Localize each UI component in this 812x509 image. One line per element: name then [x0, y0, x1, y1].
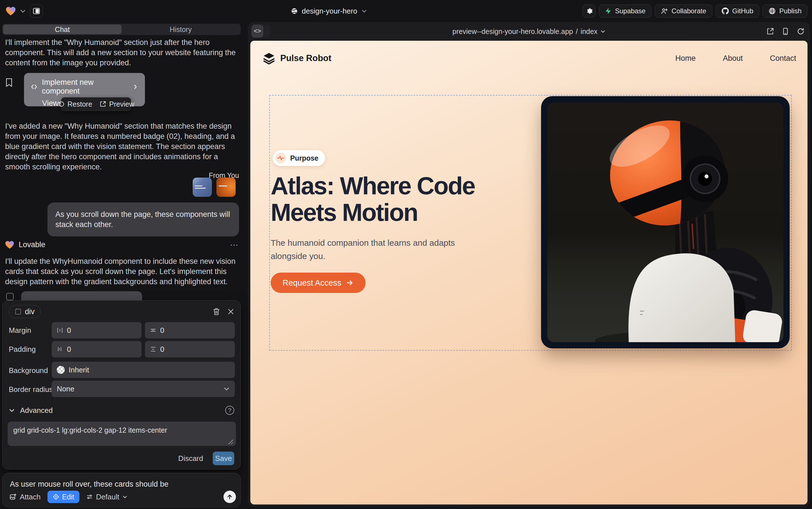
background-input[interactable]: Inherit	[52, 362, 235, 378]
github-button[interactable]: GitHub	[716, 4, 760, 18]
user-message-bubble: As you scroll down the page, these compo…	[47, 202, 239, 236]
tab-chat[interactable]: Chat	[3, 25, 121, 34]
attach-button[interactable]: Attach	[9, 493, 41, 501]
advanced-chevron-icon[interactable]	[9, 407, 15, 413]
badge-label: Purpose	[290, 154, 319, 162]
border-radius-select[interactable]: None	[52, 381, 235, 397]
restore-preview-toolbar: Restore Preview	[61, 97, 131, 111]
partial-card-icon	[6, 293, 13, 300]
send-button[interactable]	[223, 490, 236, 503]
discard-button[interactable]: Discard	[178, 454, 203, 463]
target-icon	[52, 494, 59, 500]
background-label: Background	[9, 366, 48, 375]
preview-page-name: index	[581, 27, 597, 36]
padding-label: Padding	[9, 345, 36, 354]
delete-element-icon[interactable]	[213, 308, 220, 315]
purpose-badge: Purpose	[273, 150, 325, 166]
lovable-logo-icon[interactable]	[6, 6, 16, 16]
assistant-header: Lovable ⋯	[5, 240, 239, 250]
padding-y-icon	[150, 346, 156, 352]
border-radius-label: Border radius	[9, 385, 53, 394]
assistant-message-2: I've added a new "Why Humanoid" section …	[5, 121, 239, 172]
settings-button[interactable]	[583, 4, 596, 18]
margin-x-input[interactable]: 0	[52, 322, 142, 338]
mode-chevron-icon	[122, 494, 127, 499]
url-chevron-icon	[600, 29, 605, 34]
component-card-title: Implement new component	[42, 78, 123, 96]
tab-history[interactable]: History	[121, 25, 240, 34]
textarea-resize-handle[interactable]	[229, 440, 233, 444]
nav-contact[interactable]: Contact	[770, 54, 796, 63]
project-chevron-down-icon	[361, 8, 367, 14]
open-in-new-icon[interactable]	[766, 27, 774, 35]
preview-pane: <> preview--design-your-hero.lovable.app…	[248, 22, 810, 507]
request-access-button[interactable]: Request Access	[271, 273, 366, 293]
sidebar-toggle-button[interactable]	[30, 4, 43, 18]
sliders-icon	[86, 494, 93, 500]
margin-x-icon	[57, 327, 63, 333]
arrow-up-icon	[227, 494, 233, 500]
composer-draft-text[interactable]: As user mouse roll over, these cards sho…	[10, 480, 169, 489]
refresh-icon[interactable]	[797, 27, 805, 35]
attachment-thumbnail-blue[interactable]	[193, 178, 212, 197]
chat-history-tabs: Chat History	[2, 24, 241, 35]
attach-image-icon	[9, 493, 17, 501]
mode-select[interactable]: Default	[86, 493, 127, 501]
layers-icon	[263, 52, 275, 65]
transparency-swatch-icon	[57, 366, 65, 374]
supabase-button[interactable]: Supabase	[599, 4, 652, 18]
close-icon[interactable]	[227, 308, 234, 315]
app-topbar: design-your-hero Supabase Collaborate Gi…	[0, 0, 812, 22]
nav-about[interactable]: About	[723, 54, 743, 63]
help-icon[interactable]: ?	[225, 406, 234, 415]
padding-x-icon	[57, 346, 63, 352]
gear-icon	[585, 7, 593, 15]
code-icon	[31, 83, 37, 91]
project-name: design-your-hero	[302, 7, 358, 15]
margin-y-icon	[150, 327, 156, 333]
preview-button[interactable]: Preview	[100, 100, 134, 108]
pulse-icon	[277, 155, 285, 162]
mobile-view-icon[interactable]	[781, 27, 789, 35]
publish-button[interactable]: Publish	[763, 4, 808, 18]
chat-panel: Chat History I'll implement the "Why Hum…	[2, 22, 241, 509]
nav-home[interactable]: Home	[675, 54, 696, 63]
preview-topbar: <> preview--design-your-hero.lovable.app…	[248, 22, 810, 41]
element-inspector: div Margin 0 0 Padding 0 0 Background In…	[2, 300, 241, 469]
supabase-icon	[605, 8, 612, 14]
save-button[interactable]: Save	[213, 451, 234, 465]
bookmark-icon[interactable]	[5, 78, 13, 87]
margin-label: Margin	[9, 326, 31, 335]
selected-element-pill[interactable]: div	[9, 305, 41, 318]
advanced-classes-textarea[interactable]: grid grid-cols-1 lg:grid-cols-2 gap-12 i…	[8, 421, 236, 446]
message-options-button[interactable]: ⋯	[230, 240, 239, 250]
restore-button[interactable]: Restore	[58, 100, 93, 108]
collaborate-icon	[661, 7, 668, 15]
project-switcher[interactable]: design-your-hero	[291, 0, 367, 22]
margin-y-input[interactable]: 0	[145, 322, 235, 338]
padding-y-input[interactable]: 0	[145, 341, 235, 358]
panel-left-icon	[33, 7, 40, 15]
hero-title: Atlas: Where Code Meets Motion	[271, 172, 530, 226]
assistant-name: Lovable	[19, 240, 45, 249]
element-tag: div	[25, 307, 35, 316]
collaborate-button[interactable]: Collaborate	[655, 4, 712, 18]
arrow-right-icon	[346, 279, 354, 287]
preview-url-bar[interactable]: preview--design-your-hero.lovable.app / …	[248, 22, 810, 41]
edit-mode-button[interactable]: Edit	[47, 490, 79, 503]
site-logo[interactable]: Pulse Robot	[263, 52, 331, 65]
logo-chevron-down-icon[interactable]	[20, 8, 26, 14]
preview-url: preview--design-your-hero.lovable.app	[452, 27, 573, 36]
advanced-label[interactable]: Advanced	[20, 406, 53, 415]
github-icon	[722, 7, 729, 15]
robot-image	[547, 102, 783, 342]
chat-composer[interactable]: As user mouse roll over, these cards sho…	[2, 473, 241, 507]
dashed-box-icon	[15, 308, 22, 315]
hero-subtitle: The humanoid companion that learns and a…	[271, 236, 463, 263]
assistant-message-3: I'll update the WhyHumanoid component to…	[5, 256, 239, 287]
attachment-thumbnail-orange[interactable]	[216, 178, 236, 197]
globe-icon	[291, 8, 298, 14]
padding-x-input[interactable]: 0	[52, 341, 142, 358]
external-link-icon	[100, 101, 106, 107]
chevron-down-icon	[223, 386, 230, 392]
